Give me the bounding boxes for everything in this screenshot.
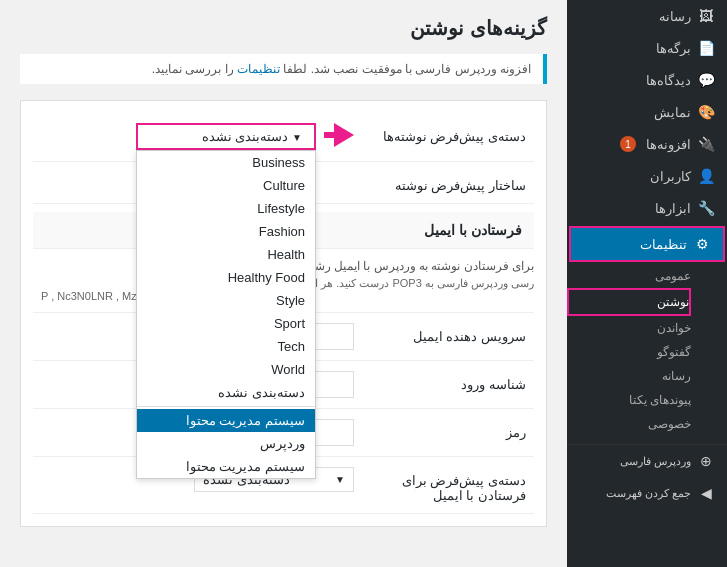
svg-rect-1 bbox=[324, 132, 336, 138]
abzarha-icon: 🔧 bbox=[697, 200, 715, 216]
sidebar-sub-khososi[interactable]: خصوصی bbox=[567, 412, 691, 436]
sidebar-sub-goftogoo[interactable]: گفتوگو bbox=[567, 340, 691, 364]
dropdown-separator bbox=[137, 406, 315, 407]
sidebar-submenu: عمومی نوشتن خواندن گفتوگو رسانه پیوندهای… bbox=[567, 264, 727, 436]
dropdown-arrow-icon: ▼ bbox=[292, 132, 302, 143]
bottom-category-label: دسته‌ی پیش‌فرض برای فرستادن با ایمیل bbox=[354, 467, 534, 503]
dropdown-item-culture[interactable]: Culture bbox=[137, 174, 315, 197]
default-category-label: دسته‌ی پیش‌فرض نوشته‌ها bbox=[354, 123, 534, 144]
sidebar-sub-neveshtan[interactable]: نوشتن bbox=[569, 290, 689, 314]
sidebar-item-tanzimaat[interactable]: ⚙ تنظیمات bbox=[571, 228, 723, 260]
karbaran-icon: 👤 bbox=[697, 168, 715, 184]
dropdown-item-cms2[interactable]: سیستم مدیریت محتوا bbox=[137, 455, 315, 478]
sidebar-item-wp-farsi[interactable]: ⊕ وردپرس فارسی bbox=[567, 445, 727, 477]
main-content: گزینه‌های نوشتن افزونه وردپرس فارسی با م… bbox=[0, 0, 567, 567]
dropdown-item-business[interactable]: Business bbox=[137, 151, 315, 174]
page-title: گزینه‌های نوشتن bbox=[20, 16, 547, 40]
namayesh-icon: 🎨 bbox=[697, 104, 715, 120]
sidebar-sub-khandan[interactable]: خواندن bbox=[567, 316, 691, 340]
default-category-row: دسته‌ی پیش‌فرض نوشته‌ها ▼ دسته‌ب bbox=[33, 113, 534, 162]
dropdown-item-wordpress[interactable]: وردپرس bbox=[137, 432, 315, 455]
pink-arrow-icon bbox=[324, 123, 354, 151]
didgahha-icon: 💬 bbox=[697, 72, 715, 88]
mail-server-label: سرویس دهنده ایمیل bbox=[354, 323, 534, 344]
dropdown-wrapper: ▼ دسته‌بندی نشده Business Culture Lifest… bbox=[136, 123, 316, 150]
dropdown-item-cms[interactable]: سیستم مدیریت محتوا bbox=[137, 409, 315, 432]
dropdown-item-fashion[interactable]: Fashion bbox=[137, 220, 315, 243]
default-format-label: ساختار پیش‌فرض نوشته bbox=[354, 172, 534, 193]
dropdown-item-sport[interactable]: Sport bbox=[137, 312, 315, 335]
dropdown-item-uncategorized[interactable]: دسته‌بندی نشده bbox=[137, 381, 315, 404]
sidebar-item-collapse[interactable]: ◀ جمع کردن فهرست bbox=[567, 477, 727, 509]
dropdown-item-world[interactable]: World bbox=[137, 358, 315, 381]
resaneh-icon: 🖼 bbox=[697, 8, 715, 24]
sidebar-item-abzarha[interactable]: 🔧 ابزارها bbox=[567, 192, 727, 224]
plugin-badge: 1 bbox=[620, 136, 636, 152]
dropdown-list: Business Culture Lifestyle Fashion Healt… bbox=[136, 150, 316, 479]
login-label: شناسه ورود bbox=[354, 371, 534, 392]
notice-link[interactable]: تنظیمات bbox=[237, 62, 280, 76]
sidebar-item-namayesh[interactable]: 🎨 نمایش bbox=[567, 96, 727, 128]
password-label: رمز bbox=[354, 419, 534, 440]
sidebar: 🖼 رسانه 📄 برگه‌ها 💬 دیدگاه‌ها 🎨 نمایش 🔌 … bbox=[567, 0, 727, 567]
sidebar-item-karbaran[interactable]: 👤 کاربران bbox=[567, 160, 727, 192]
sidebar-item-resaneh[interactable]: 🖼 رسانه bbox=[567, 0, 727, 32]
sidebar-item-didgahha[interactable]: 💬 دیدگاه‌ها bbox=[567, 64, 727, 96]
default-category-control: ▼ دسته‌بندی نشده Business Culture Lifest… bbox=[33, 123, 354, 151]
dropdown-item-tech[interactable]: Tech bbox=[137, 335, 315, 358]
settings-content: دسته‌ی پیش‌فرض نوشته‌ها ▼ دسته‌ب bbox=[20, 100, 547, 527]
tanzimaat-icon: ⚙ bbox=[693, 236, 711, 252]
dropdown-value: دسته‌بندی نشده bbox=[202, 129, 289, 144]
bargha-icon: 📄 bbox=[697, 40, 715, 56]
dropdown-item-lifestyle[interactable]: Lifestyle bbox=[137, 197, 315, 220]
sidebar-item-afzonehha[interactable]: 🔌 افزونه‌ها 1 bbox=[567, 128, 727, 160]
dropdown-item-health[interactable]: Health bbox=[137, 243, 315, 266]
dropdown-select[interactable]: ▼ دسته‌بندی نشده bbox=[136, 123, 316, 150]
svg-marker-0 bbox=[334, 123, 354, 147]
bottom-dropdown-arrow: ▼ bbox=[335, 474, 345, 485]
dropdown-row: ▼ دسته‌بندی نشده Business Culture Lifest… bbox=[41, 123, 354, 151]
notice-bar: افزونه وردپرس فارسی با موفقیت نصب شد. لط… bbox=[20, 54, 547, 84]
wp-icon: ⊕ bbox=[697, 453, 715, 469]
dropdown-item-style[interactable]: Style bbox=[137, 289, 315, 312]
sidebar-sub-resaneh[interactable]: رسانه bbox=[567, 364, 691, 388]
sidebar-sub-peyvandhaye[interactable]: پیوندهای یکتا bbox=[567, 388, 691, 412]
dropdown-item-healthy-food[interactable]: Healthy Food bbox=[137, 266, 315, 289]
sidebar-item-bargha[interactable]: 📄 برگه‌ها bbox=[567, 32, 727, 64]
sidebar-sub-omoomi[interactable]: عمومی bbox=[567, 264, 691, 288]
afzonehha-icon: 🔌 bbox=[697, 136, 715, 152]
collapse-icon: ◀ bbox=[697, 485, 715, 501]
